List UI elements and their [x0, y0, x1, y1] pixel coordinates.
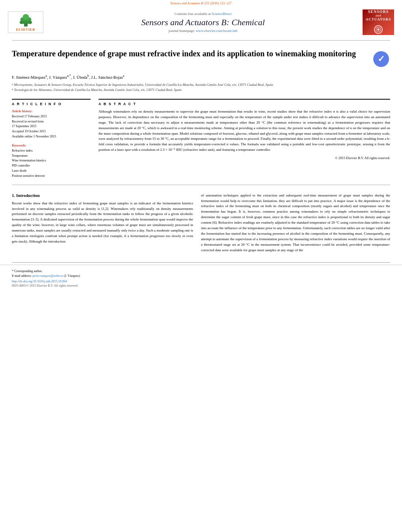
elsevier-logo-img: ELSEVIER — [8, 11, 43, 33]
sensors-logo-line3: ACTUATORS — [366, 17, 391, 21]
homepage-link[interactable]: www.elsevier.com/locate/snb — [196, 29, 237, 33]
elsevier-text: ELSEVIER — [16, 28, 35, 32]
article-dates: Received 17 February 2015 Received in re… — [12, 114, 91, 139]
left-column: 1. Introduction Recent works show that t… — [12, 193, 193, 256]
intro-left-text: Recent works show that the refractive in… — [12, 201, 193, 245]
journal-ref-text: Sensors and Actuators B 225 (2016) 121–1… — [171, 1, 232, 5]
crossmark-logo: ✓ — [372, 50, 390, 68]
affil-a: a Microsystems, Actuators & Sensors Grou… — [12, 82, 390, 87]
svg-point-4 — [22, 14, 29, 19]
sciencedirect-link[interactable]: ScienceDirect — [212, 12, 231, 16]
svg-point-5 — [19, 20, 24, 24]
contents-label: Contents lists available at ScienceDirec… — [43, 12, 363, 16]
sensors-logo-line1: SENSORS — [368, 9, 389, 14]
copyright: © 2015 Elsevier B.V. All rights reserved… — [99, 156, 390, 160]
sensors-logo-line2: and — [376, 14, 381, 17]
footer-email-line: E-mail address: javier.vazquez@uclm.es (… — [12, 274, 390, 278]
article-info: A R T I C L E I N F O Article history: R… — [12, 99, 91, 179]
svg-point-6 — [28, 20, 32, 24]
body-divider — [12, 185, 390, 185]
svg-point-9 — [377, 28, 380, 31]
footer-divider — [12, 262, 390, 263]
article-title-section: Temperature dependence of grape must ref… — [0, 43, 402, 71]
svg-text:✓: ✓ — [378, 54, 385, 64]
journal-homepage: journal homepage: www.elsevier.com/locat… — [43, 29, 363, 33]
corresponding-note: * Corresponding author. — [12, 269, 390, 274]
footer-issn: 0925-4005/© 2015 Elsevier B.V. All right… — [12, 284, 390, 287]
authors-line: F. Jiménez-Márqueza, J. Vázqueza,*, J. Ú… — [12, 74, 390, 81]
affil-b: b Tecnología de los Alimentos, Universid… — [12, 87, 390, 93]
article-info-title: A R T I C L E I N F O — [12, 102, 91, 106]
journal-title: Sensors and Actuators B: Chemical — [43, 17, 363, 28]
abstract-title: A B S T R A C T — [99, 102, 390, 106]
keywords-label: Keywords: — [12, 143, 91, 147]
elsevier-logo: ELSEVIER — [8, 11, 43, 33]
sensors-icon — [372, 24, 384, 35]
sensors-actuators-logo: SENSORS and ACTUATORS — [363, 9, 394, 35]
footer-doi[interactable]: http://dx.doi.org/10.1016/j.snb.2015.10.… — [12, 280, 390, 283]
intro-heading: 1. Introduction — [12, 193, 193, 198]
header-journal-ref: Sensors and Actuators B 225 (2016) 121–1… — [0, 0, 402, 6]
page: Sensors and Actuators B 225 (2016) 121–1… — [0, 0, 402, 532]
keywords-list: Refractive index Temperature Wine fermen… — [12, 148, 91, 179]
abstract-text: Although winemakers rely on density meas… — [99, 109, 390, 153]
affiliations: a Microsystems, Actuators & Sensors Grou… — [12, 82, 390, 93]
footer: * Corresponding author. E-mail address: … — [0, 265, 402, 291]
intro-right-text: of automation techniques applied to the … — [201, 193, 390, 253]
article-body: A R T I C L E I N F O Article history: R… — [0, 95, 402, 183]
right-column: of automation techniques applied to the … — [201, 193, 390, 256]
article-title: Temperature dependence of grape must ref… — [12, 48, 372, 59]
elsevier-tree-svg — [15, 13, 37, 27]
journal-title-section: Contents lists available at ScienceDirec… — [43, 12, 363, 33]
footer-email: javier.vazquez@uclm.es — [32, 274, 63, 278]
article-history-label: Article history: — [12, 109, 91, 113]
abstract-section: A B S T R A C T Although winemakers rely… — [99, 99, 390, 179]
main-content: 1. Introduction Recent works show that t… — [0, 187, 402, 260]
journal-header: ELSEVIER Contents lists available at Sci… — [0, 6, 402, 38]
header-divider — [12, 40, 390, 41]
authors-section: F. Jiménez-Márqueza, J. Vázqueza,*, J. Ú… — [0, 71, 402, 95]
